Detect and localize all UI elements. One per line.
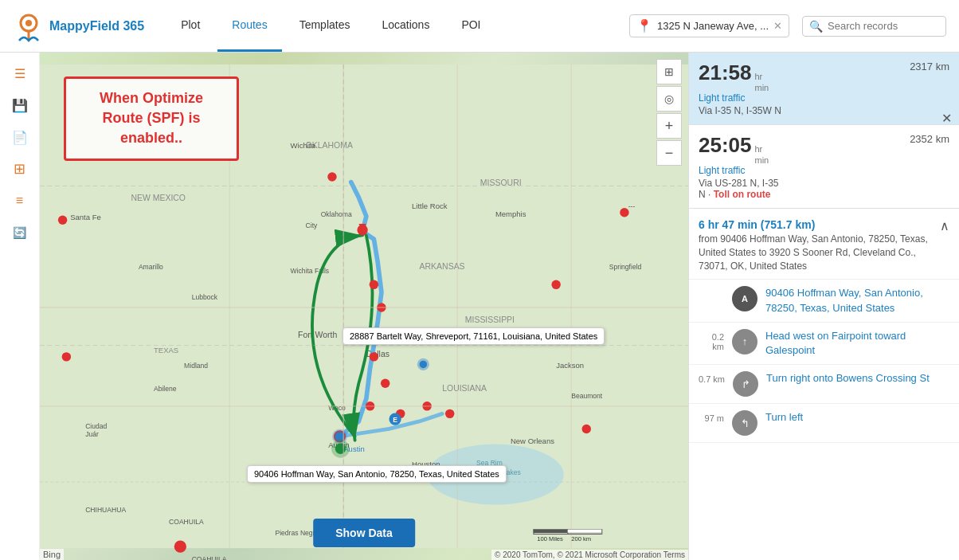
svg-text:COAHUILA: COAHUILA: [192, 555, 227, 560]
directions-summary: 6 hr 47 min (751.7 km) from 90406 Hoffma…: [689, 209, 959, 280]
svg-text:MISSISSIPPI: MISSISSIPPI: [465, 315, 515, 324]
map-attribution: © 2020 TomTom, © 2021 Microsoft Corporat…: [491, 550, 688, 560]
map-area: Sea Rim State Park Lakes NEW MEXICO OKLA…: [40, 53, 688, 560]
svg-text:Ciudad: Ciudad: [85, 422, 107, 430]
svg-text:COAHUILA: COAHUILA: [169, 518, 204, 526]
svg-text:Oklahoma: Oklahoma: [321, 210, 352, 218]
svg-text:Lubbock: Lubbock: [192, 293, 218, 301]
location-clear-icon[interactable]: ✕: [773, 20, 782, 32]
dir-step-2-dist: 0.7 km: [699, 371, 725, 384]
svg-text:E: E: [393, 416, 397, 424]
svg-point-55: [551, 280, 560, 289]
svg-text:Little Rock: Little Rock: [412, 202, 448, 210]
map-zoom-out-btn[interactable]: −: [656, 140, 682, 166]
main-content: ☰ 💾 📄 ⊞ ≡ 🔄 Sea Rim State Park Lakes: [0, 53, 959, 560]
svg-point-1: [25, 20, 32, 26]
svg-text:Houston: Houston: [412, 460, 440, 468]
svg-text:Midland: Midland: [184, 362, 208, 370]
map-layers-btn[interactable]: ⊞: [656, 59, 682, 84]
logo-area: MappyField 365: [13, 10, 144, 42]
bing-label: Bing: [40, 549, 64, 560]
sidebar-grid-btn[interactable]: ⊞: [6, 155, 34, 183]
svg-text:Amarillo: Amarillo: [139, 263, 163, 271]
route1-km: 2317 km: [910, 61, 949, 72]
right-panel: ✕ 21:58 hr min Light traffic Via I-35 N,…: [688, 53, 959, 560]
svg-text:Fort Worth: Fort Worth: [298, 331, 337, 339]
directions-panel[interactable]: 6 hr 47 min (751.7 km) from 90406 Hoffma…: [689, 209, 959, 560]
sidebar-list-btn[interactable]: ≡: [6, 186, 34, 215]
dir-step-3: 97 m ↰ Turn left: [689, 404, 959, 443]
search-input[interactable]: [828, 20, 939, 32]
svg-point-53: [445, 409, 454, 418]
map-overlay-controls: ⊞ ◎ + −: [656, 59, 682, 166]
dir-step-1-dist: 0.2 km: [699, 329, 724, 351]
svg-point-70: [420, 361, 428, 369]
location-bar[interactable]: 📍 1325 N Janeway Ave, ... ✕: [629, 14, 789, 37]
dir-step-1: 0.2 km ↑ Head west on Fairpoint toward G…: [689, 323, 959, 365]
document-icon: 📄: [12, 130, 28, 145]
dir-step-3-dist: 97 m: [699, 410, 724, 423]
dir-step-0-text: 90406 Hoffman Way, San Antonio, 78250, T…: [765, 286, 949, 315]
main-nav: Plot Routes Templates Locations POI: [166, 0, 495, 52]
dir-step-0: A 90406 Hoffman Way, San Antonio, 78250,…: [689, 280, 959, 322]
map-location-btn[interactable]: ◎: [656, 86, 682, 112]
nav-poi[interactable]: POI: [447, 0, 495, 52]
summary-collapse-btn[interactable]: ∧: [940, 218, 949, 233]
annotation-box: When Optimize Route (SPF) is enabled..: [64, 76, 239, 161]
svg-text:Jackson: Jackson: [556, 361, 584, 370]
svg-point-59: [58, 216, 67, 225]
route2-km: 2352 km: [910, 133, 949, 145]
close-button[interactable]: ✕: [937, 108, 956, 127]
sidebar-menu-btn[interactable]: ☰: [6, 59, 34, 88]
app-header: MappyField 365 Plot Routes Templates Loc…: [0, 0, 959, 53]
summary-title: 6 hr 47 min (751.7 km): [699, 218, 934, 231]
svg-text:Memphis: Memphis: [495, 210, 526, 218]
refresh-icon: 🔄: [13, 226, 26, 239]
route2-via: Via US-281 N, I-35 N · Toll on route: [699, 178, 779, 200]
route2-hr-label: hr: [755, 144, 769, 154]
route-option-2[interactable]: 25:05 hr min Light traffic Via US-281 N,…: [689, 125, 959, 209]
grid-icon: ⊞: [14, 160, 25, 178]
toll-badge: Toll on route: [714, 189, 771, 200]
list-icon: ≡: [16, 194, 23, 208]
nav-locations[interactable]: Locations: [367, 0, 444, 52]
svg-text:TEXAS: TEXAS: [154, 346, 178, 354]
svg-text:New Orleans: New Orleans: [511, 437, 554, 445]
dir-step-2-icon: ↱: [733, 371, 758, 397]
svg-rect-82: [567, 529, 601, 533]
sidebar-left: ☰ 💾 📄 ⊞ ≡ 🔄: [0, 53, 40, 560]
nav-templates[interactable]: Templates: [285, 0, 365, 52]
svg-text:100 Miles: 100 Miles: [537, 536, 563, 543]
svg-text:Santa Fe: Santa Fe: [70, 213, 101, 221]
svg-text:Abilene: Abilene: [154, 385, 177, 393]
nav-routes[interactable]: Routes: [217, 0, 281, 52]
svg-point-66: [335, 444, 346, 454]
route1-hr-label: hr: [755, 72, 769, 81]
route1-min-label: min: [755, 83, 769, 92]
route2-min-label: min: [755, 155, 769, 165]
location-pin-icon: 📍: [636, 18, 652, 33]
dir-step-1-icon: ↑: [732, 329, 757, 354]
dir-step-2-text: Turn right onto Bowens Crossing St: [766, 371, 930, 386]
search-icon: 🔍: [809, 20, 823, 33]
svg-point-57: [327, 172, 336, 181]
svg-rect-81: [534, 529, 568, 533]
map-zoom-in-btn[interactable]: +: [656, 113, 682, 139]
svg-point-58: [620, 208, 628, 217]
logo-icon: [13, 10, 45, 42]
search-bar: 🔍: [802, 16, 946, 37]
svg-text:State Park Lakes: State Park Lakes: [469, 468, 521, 476]
sidebar-refresh-btn[interactable]: 🔄: [6, 218, 34, 247]
dir-step-2: 0.7 km ↱ Turn right onto Bowens Crossing…: [689, 365, 959, 404]
route-option-1[interactable]: 21:58 hr min Light traffic Via I-35 N, I…: [689, 53, 959, 125]
svg-text:Juár: Juár: [85, 430, 99, 438]
sidebar-save-btn[interactable]: 💾: [6, 91, 34, 119]
show-data-button[interactable]: Show Data: [313, 519, 415, 547]
sidebar-doc-btn[interactable]: 📄: [6, 123, 34, 151]
route2-traffic: Light traffic: [699, 165, 779, 176]
svg-text:200 km: 200 km: [571, 536, 591, 543]
svg-text:Sea Rim: Sea Rim: [476, 459, 503, 467]
dir-step-3-text: Turn left: [765, 410, 803, 425]
nav-plot[interactable]: Plot: [166, 0, 214, 52]
svg-point-54: [483, 333, 492, 342]
